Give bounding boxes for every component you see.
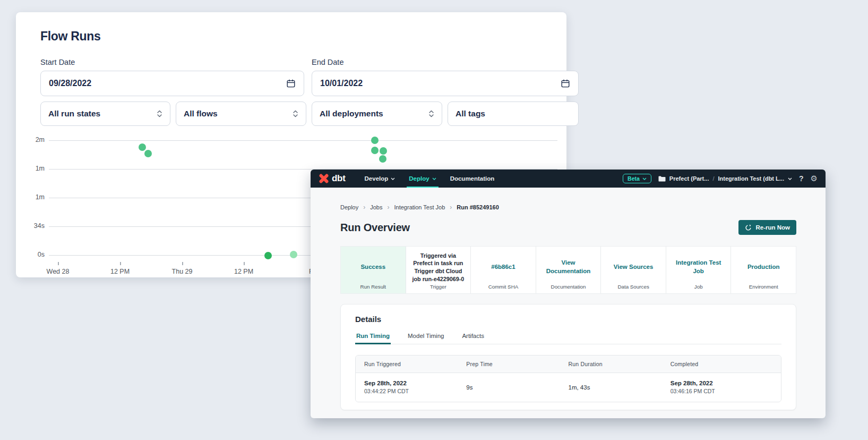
environment-name: Integration Test (dbt L... xyxy=(718,175,784,182)
column-header: Run Duration xyxy=(569,361,671,367)
nav-item-deploy[interactable]: Deploy xyxy=(409,170,436,188)
refresh-icon xyxy=(745,224,752,231)
gear-icon[interactable]: ⚙ xyxy=(811,174,818,183)
card-trigger: Triggered via Prefect in task run Trigge… xyxy=(406,247,471,293)
y-axis-tick-label: 1m xyxy=(25,193,45,201)
nav-item-documentation[interactable]: Documentation xyxy=(450,170,495,188)
dbt-logo[interactable]: dbt xyxy=(319,173,346,184)
card-run-result: Success Run Result xyxy=(341,247,406,293)
x-axis-tick xyxy=(182,262,183,265)
breadcrumb-separator: › xyxy=(388,204,390,211)
flow-run-point[interactable] xyxy=(264,252,272,259)
run-triggered-cell: Sep 28th, 2022 03:44:22 PM CDT xyxy=(364,380,466,394)
breadcrumb: Deploy › Jobs › Integration Test Job › R… xyxy=(340,204,796,211)
card-environment[interactable]: Production Environment xyxy=(731,247,796,293)
beta-badge[interactable]: Beta xyxy=(623,174,651,183)
flow-run-point[interactable] xyxy=(380,147,387,155)
help-icon[interactable]: ? xyxy=(799,174,804,183)
account-project-switcher[interactable]: Prefect (Part... / Integration Test (dbt… xyxy=(658,175,792,182)
x-axis-tick xyxy=(244,262,245,265)
card-view-sources[interactable]: View Sources Data Sources xyxy=(600,247,666,293)
details-panel: Details Run Timing Model Timing Artifact… xyxy=(340,304,796,410)
x-axis-tick xyxy=(58,262,59,265)
dbt-logo-text: dbt xyxy=(332,173,346,184)
project-name: Prefect (Part... xyxy=(669,175,709,182)
y-axis-tick-label: 34s xyxy=(25,222,45,230)
chevron-down-icon xyxy=(788,177,792,180)
x-axis-tick-label: Thu 29 xyxy=(172,268,193,275)
flow-run-point[interactable] xyxy=(290,251,297,258)
rerun-now-button[interactable]: Re-run Now xyxy=(738,220,796,235)
flow-run-point[interactable] xyxy=(371,137,379,144)
table-header-row: Run Triggered Prep Time Run Duration Com… xyxy=(356,356,781,373)
dbt-logo-icon xyxy=(319,173,329,184)
breadcrumb-separator: › xyxy=(450,204,452,211)
completed-cell: Sep 28th, 2022 03:46:16 PM CDT xyxy=(671,380,772,394)
flow-run-point[interactable] xyxy=(379,155,386,163)
y-axis-tick-label: 2m xyxy=(25,136,45,143)
run-summary-cards: Success Run Result Triggered via Prefect… xyxy=(340,246,796,294)
flow-run-point[interactable] xyxy=(371,147,379,154)
column-header: Prep Time xyxy=(466,361,568,367)
page-title: Run Overview xyxy=(340,222,410,234)
chevron-down-icon xyxy=(432,177,436,180)
tab-model-timing[interactable]: Model Timing xyxy=(407,333,445,344)
run-duration-cell: 1m, 43s xyxy=(569,384,671,391)
flow-run-point[interactable] xyxy=(139,143,146,151)
folder-icon xyxy=(658,176,666,182)
tab-run-timing[interactable]: Run Timing xyxy=(355,333,391,344)
status-badge: Success xyxy=(345,251,401,284)
details-tabs: Run Timing Model Timing Artifacts xyxy=(355,333,781,344)
breadcrumb-deploy[interactable]: Deploy xyxy=(340,204,358,210)
breadcrumb-jobs[interactable]: Jobs xyxy=(370,204,382,210)
gridline xyxy=(49,140,557,141)
nav-item-develop[interactable]: Develop xyxy=(365,170,396,188)
y-axis-tick-label: 1m xyxy=(25,165,45,172)
breadcrumb-job-name[interactable]: Integration Test Job xyxy=(394,204,445,210)
card-view-documentation[interactable]: View Documentation Documentation xyxy=(536,247,601,293)
tab-artifacts[interactable]: Artifacts xyxy=(461,333,485,344)
column-header: Run Triggered xyxy=(364,361,466,367)
run-timing-table: Run Triggered Prep Time Run Duration Com… xyxy=(355,355,781,402)
breadcrumb-run-id: Run #85249160 xyxy=(457,204,499,210)
dbt-cloud-window: dbt Develop Deploy Documentation Beta Pr… xyxy=(311,170,826,418)
dbt-top-nav: dbt Develop Deploy Documentation Beta Pr… xyxy=(311,170,826,188)
chevron-down-icon xyxy=(391,177,395,180)
card-commit-sha[interactable]: #6b86c1 Commit SHA xyxy=(470,247,536,293)
breadcrumb-separator: › xyxy=(363,204,365,211)
table-row: Sep 28th, 2022 03:44:22 PM CDT 9s 1m, 43… xyxy=(356,373,781,402)
x-axis-tick-label: Wed 28 xyxy=(47,268,70,275)
card-job[interactable]: Integration Test Job Job xyxy=(666,247,731,293)
x-axis-tick-label: 12 PM xyxy=(110,268,130,275)
flow-run-point[interactable] xyxy=(144,150,152,157)
details-title: Details xyxy=(355,315,781,324)
x-axis-tick xyxy=(120,262,121,265)
column-header: Completed xyxy=(671,361,772,367)
x-axis-tick-label: 12 PM xyxy=(234,268,253,275)
chevron-down-icon xyxy=(642,177,647,180)
prep-time-cell: 9s xyxy=(466,384,568,391)
y-axis-tick-label: 0s xyxy=(25,251,45,258)
